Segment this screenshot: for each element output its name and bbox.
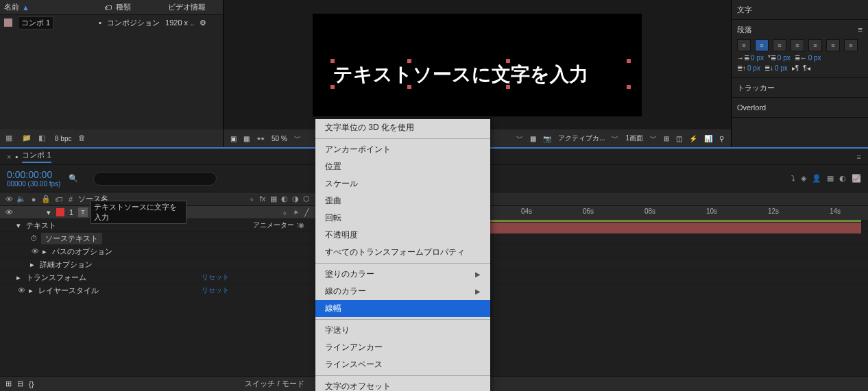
view-options-icon[interactable]: ⊞ bbox=[664, 135, 669, 142]
space-before[interactable]: ≣↑ 0 px bbox=[737, 64, 760, 72]
animator-add-icon[interactable]: ◉ bbox=[298, 221, 304, 229]
indent-left[interactable]: →≣ 0 px bbox=[737, 54, 764, 62]
character-panel[interactable]: 文字 bbox=[732, 0, 868, 20]
close-tab-icon[interactable]: × bbox=[7, 153, 11, 161]
justify-last-right-button[interactable]: ≡ bbox=[826, 39, 840, 51]
col-name[interactable]: 名前 ▲ bbox=[4, 2, 100, 12]
layer-color-swatch[interactable] bbox=[56, 208, 64, 216]
reset-link[interactable]: リセット bbox=[202, 273, 229, 282]
chevron-down-icon[interactable]: ▾ bbox=[16, 221, 23, 230]
timeline-icon[interactable]: 📊 bbox=[704, 135, 712, 142]
justify-last-left-button[interactable]: ≡ bbox=[791, 39, 804, 51]
motion-blur-icon[interactable]: ◐ bbox=[839, 174, 846, 183]
indent-first[interactable]: *≣ 0 px bbox=[768, 54, 791, 62]
menu-item-stroke-color[interactable]: 線のカラー▶ bbox=[315, 283, 490, 300]
tracker-panel[interactable]: トラッカー bbox=[732, 78, 868, 98]
toggle-modes-icon[interactable]: ⊟ bbox=[17, 379, 23, 388]
frame-blend-icon[interactable]: ▦ bbox=[827, 174, 834, 183]
toggle-in-out-icon[interactable]: {} bbox=[29, 380, 34, 388]
menu-item-line-spacing[interactable]: ラインスペース bbox=[315, 356, 490, 373]
new-comp-icon[interactable]: ◧ bbox=[38, 134, 48, 143]
selection-handle[interactable] bbox=[506, 59, 510, 63]
canvas[interactable]: テキストソースに文字を入力 bbox=[313, 14, 642, 116]
switch-icon[interactable]: ╱ bbox=[302, 208, 311, 217]
menu-item-anchor[interactable]: アンカーポイント bbox=[315, 141, 490, 158]
selection-handle[interactable] bbox=[330, 59, 335, 63]
grid-icon[interactable]: ▦ bbox=[243, 135, 250, 142]
selection-handle[interactable] bbox=[506, 85, 510, 89]
menu-item-rotation[interactable]: 回転 bbox=[315, 210, 490, 227]
selection-handle[interactable] bbox=[627, 85, 631, 89]
goggles-icon[interactable]: 👓 bbox=[256, 135, 265, 142]
flowchart-icon[interactable]: ⚲ bbox=[719, 135, 724, 142]
menu-item-tracking[interactable]: 字送り bbox=[315, 322, 490, 339]
direction-rtl[interactable]: ¶◂ bbox=[803, 64, 810, 72]
bpc-label[interactable]: 8 bpc bbox=[55, 135, 71, 142]
eye-icon[interactable]: 👁 bbox=[16, 286, 26, 294]
pixel-aspect-icon[interactable]: ◫ bbox=[676, 135, 682, 142]
menu-item-fill-color[interactable]: 塗りのカラー▶ bbox=[315, 266, 490, 283]
timecode[interactable]: 0:00:00:00 bbox=[7, 169, 60, 180]
shy-icon[interactable]: 👤 bbox=[812, 174, 821, 183]
indent-right[interactable]: ≣← 0 px bbox=[795, 54, 821, 62]
eye-icon[interactable]: 👁 bbox=[30, 247, 40, 255]
chevron-down-icon[interactable]: ﹀ bbox=[294, 134, 301, 143]
direction-ltr[interactable]: ▸¶ bbox=[792, 64, 799, 72]
chevron-right-icon[interactable]: ▸ bbox=[43, 247, 49, 256]
project-item-row[interactable]: コンポ 1 ▪ コンポジション 1920 x .. ⚙ bbox=[0, 15, 223, 30]
reset-link[interactable]: リセット bbox=[202, 286, 229, 295]
flowchart-icon[interactable]: ⚙ bbox=[200, 18, 206, 27]
space-after[interactable]: ≣↓ 0 px bbox=[764, 64, 788, 72]
panel-menu-icon[interactable]: ≡ bbox=[857, 153, 861, 161]
chevron-right-icon[interactable]: ▸ bbox=[29, 286, 36, 295]
camera-dropdown[interactable]: アクティブカ... bbox=[558, 134, 605, 143]
selection-handle[interactable] bbox=[407, 85, 411, 89]
mask-icon[interactable]: ▣ bbox=[230, 135, 237, 142]
menu-item-skew[interactable]: 歪曲 bbox=[315, 192, 490, 210]
menu-item-3d-per-char[interactable]: 文字単位の 3D 化を使用 bbox=[315, 119, 490, 136]
chevron-right-icon[interactable]: ▸ bbox=[16, 273, 23, 282]
menu-item-all-transform[interactable]: すべてのトランスフォームプロパティ bbox=[315, 244, 490, 261]
justify-all-button[interactable]: ≡ bbox=[844, 39, 858, 51]
panel-menu-icon[interactable]: ≡ bbox=[858, 25, 863, 34]
graph-editor-icon[interactable]: 📈 bbox=[852, 174, 861, 183]
selection-handle[interactable] bbox=[407, 59, 411, 63]
interpret-icon[interactable]: ▦ bbox=[5, 134, 15, 143]
selection-handle[interactable] bbox=[627, 59, 631, 63]
fast-preview-icon[interactable]: ⚡ bbox=[689, 135, 697, 142]
text-layer-preview[interactable]: テキストソースに文字を入力 bbox=[333, 62, 588, 88]
menu-item-line-anchor[interactable]: ラインアンカー bbox=[315, 339, 490, 356]
transparency-grid-icon[interactable]: ▦ bbox=[530, 135, 536, 142]
switch-mode-toggle[interactable]: スイッチ / モード bbox=[245, 379, 304, 389]
menu-item-position[interactable]: 位置 bbox=[315, 158, 490, 175]
align-right-button[interactable]: ≡ bbox=[773, 39, 786, 51]
menu-item-opacity[interactable]: 不透明度 bbox=[315, 227, 490, 244]
draft3d-icon[interactable]: ◈ bbox=[801, 174, 806, 183]
overlord-panel[interactable]: Overlord bbox=[732, 98, 868, 118]
chevron-down-icon[interactable]: ▾ bbox=[47, 208, 53, 217]
switch-icon[interactable]: ⬨ bbox=[280, 208, 289, 217]
menu-item-char-offset[interactable]: 文字のオフセット bbox=[315, 378, 490, 391]
tab-comp[interactable]: コンポ 1 bbox=[22, 150, 51, 163]
new-folder-icon[interactable]: 📁 bbox=[22, 134, 32, 143]
menu-item-scale[interactable]: スケール bbox=[315, 175, 490, 192]
selection-handle[interactable] bbox=[330, 85, 335, 89]
col-type[interactable]: 種類 bbox=[116, 2, 164, 12]
col-video-info[interactable]: ビデオ情報 bbox=[168, 2, 206, 12]
comp-mini-flow-icon[interactable]: ⤵ bbox=[791, 174, 795, 183]
toggle-switches-icon[interactable]: ⊞ bbox=[5, 379, 12, 388]
comp-name[interactable]: コンポ 1 bbox=[18, 16, 53, 29]
zoom-level[interactable]: 50 % bbox=[272, 135, 287, 142]
timeline-search-input[interactable] bbox=[93, 172, 217, 186]
justify-last-center-button[interactable]: ≡ bbox=[808, 39, 822, 51]
stopwatch-icon[interactable]: ⏱ bbox=[30, 234, 38, 242]
views-dropdown[interactable]: 1画面 bbox=[625, 134, 643, 143]
align-center-button[interactable]: ≡ bbox=[755, 39, 769, 51]
switch-icon[interactable]: ✶ bbox=[291, 208, 300, 217]
eye-icon[interactable]: 👁 bbox=[4, 208, 14, 216]
chevron-right-icon[interactable]: ▸ bbox=[30, 260, 37, 269]
align-left-button[interactable]: ≡ bbox=[737, 39, 751, 51]
menu-item-stroke-width[interactable]: 線幅 bbox=[315, 300, 490, 317]
camera-icon[interactable]: 📷 bbox=[543, 135, 551, 142]
trash-icon[interactable]: 🗑 bbox=[78, 134, 88, 143]
